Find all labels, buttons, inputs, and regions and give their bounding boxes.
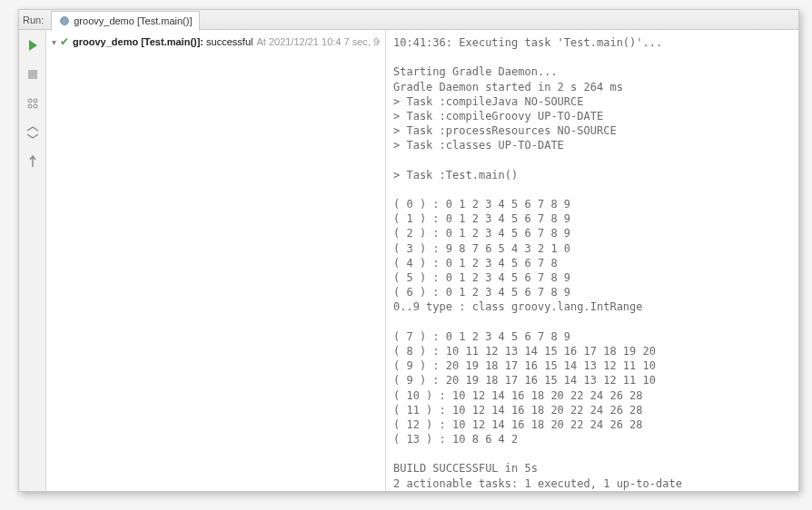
pin-button[interactable] [25, 153, 41, 170]
layout-button[interactable] [25, 95, 41, 112]
svg-point-0 [61, 17, 69, 25]
svg-point-5 [28, 104, 32, 108]
tree-node-name: groovy_demo [Test.main()]: successful [73, 36, 253, 47]
gradle-icon [59, 15, 70, 26]
expander-icon[interactable]: ▾ [52, 37, 56, 47]
run-tool-window: Run: groovy_demo [Test.main()] [18, 9, 799, 492]
svg-rect-2 [28, 70, 37, 79]
test-tree-pane: ▾ ✔ groovy_demo [Test.main()]: successfu… [46, 30, 386, 491]
tree-node-meta: At 2021/12/21 10:4 7 sec, 90 ms [256, 36, 380, 47]
svg-point-4 [34, 99, 37, 103]
success-check-icon: ✔ [60, 35, 69, 48]
run-header: Run: groovy_demo [Test.main()] [19, 10, 798, 30]
run-label: Run: [23, 15, 44, 25]
console-output[interactable]: 10:41:36: Executing task 'Test.main()'..… [386, 30, 798, 491]
svg-marker-1 [29, 40, 37, 51]
run-tab-title: groovy_demo [Test.main()] [74, 15, 192, 26]
run-tab[interactable]: groovy_demo [Test.main()] [51, 11, 200, 31]
svg-point-6 [34, 104, 37, 108]
stop-button[interactable] [25, 66, 41, 83]
rerun-button[interactable] [25, 37, 41, 54]
run-gutter [19, 30, 46, 491]
svg-point-3 [28, 99, 32, 103]
tree-root-row[interactable]: ▾ ✔ groovy_demo [Test.main()]: successfu… [52, 35, 380, 48]
expand-button[interactable] [25, 124, 41, 141]
